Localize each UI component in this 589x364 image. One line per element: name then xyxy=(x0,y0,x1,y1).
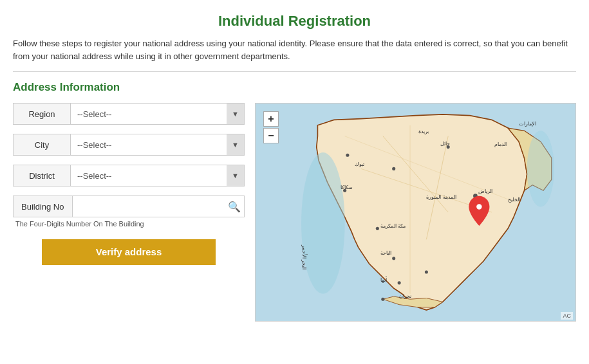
map-controls: + − xyxy=(263,111,279,143)
region-row: Region --Select-- ▼ xyxy=(13,103,245,125)
svg-text:أبها: أبها xyxy=(380,276,387,283)
svg-point-20 xyxy=(346,154,349,157)
map-panel: الرياض تبوك حائل المدينة المنورة مكة الم… xyxy=(255,103,576,322)
region-select-wrapper: --Select-- ▼ xyxy=(71,103,245,125)
map-svg: الرياض تبوك حائل المدينة المنورة مكة الم… xyxy=(256,104,575,321)
svg-text:المدينة المنورة: المدينة المنورة xyxy=(426,194,456,200)
page-title: Individual Registration xyxy=(13,13,576,30)
building-input-wrapper: 🔍 xyxy=(73,196,245,217)
svg-text:بريدة: بريدة xyxy=(418,129,429,134)
main-content: Region --Select-- ▼ City --Select-- ▼ xyxy=(13,103,576,322)
city-row: City --Select-- ▼ xyxy=(13,134,245,156)
svg-point-16 xyxy=(398,281,401,284)
map-attribution: AC xyxy=(561,312,573,320)
svg-point-18 xyxy=(425,270,428,273)
verify-address-button[interactable]: Verify address xyxy=(42,239,216,265)
building-input[interactable] xyxy=(73,196,245,217)
building-hint: The Four-Digits Number On The Building xyxy=(13,220,245,228)
svg-text:حائل: حائل xyxy=(440,141,450,147)
section-divider xyxy=(13,71,576,72)
svg-point-35 xyxy=(476,204,481,209)
city-select-wrapper: --Select-- ▼ xyxy=(71,134,245,156)
district-label: District xyxy=(13,165,71,187)
svg-text:مكة المكرمة: مكة المكرمة xyxy=(380,223,406,229)
svg-text:الرياض: الرياض xyxy=(478,188,492,194)
svg-text:نجران: نجران xyxy=(399,294,411,300)
form-panel: Region --Select-- ▼ City --Select-- ▼ xyxy=(13,103,245,322)
search-icon: 🔍 xyxy=(228,201,241,213)
svg-text:الإمارات: الإمارات xyxy=(519,121,536,127)
svg-text:الدمام: الدمام xyxy=(494,141,507,147)
svg-point-5 xyxy=(527,131,554,206)
svg-text:البحر الأحمر: البحر الأحمر xyxy=(301,244,308,269)
svg-point-17 xyxy=(381,298,384,301)
svg-point-12 xyxy=(392,167,395,170)
svg-text:سكاكا: سكاكا xyxy=(341,185,353,191)
city-label: City xyxy=(13,134,71,156)
svg-point-15 xyxy=(392,257,395,260)
svg-text:الباحة: الباحة xyxy=(380,250,391,256)
district-select[interactable]: --Select-- xyxy=(71,165,245,187)
building-label: Building No xyxy=(13,196,73,217)
district-select-wrapper: --Select-- ▼ xyxy=(71,165,245,187)
city-select[interactable]: --Select-- xyxy=(71,134,245,156)
address-info-heading: Address Information xyxy=(13,81,576,94)
page-description: Follow these steps to register your nati… xyxy=(13,37,576,62)
svg-point-4 xyxy=(301,152,345,294)
building-row: Building No 🔍 xyxy=(13,196,245,217)
region-select[interactable]: --Select-- xyxy=(71,103,245,125)
zoom-in-button[interactable]: + xyxy=(263,111,279,127)
svg-text:تبوك: تبوك xyxy=(355,161,364,167)
svg-point-14 xyxy=(376,227,379,230)
zoom-out-button[interactable]: − xyxy=(263,128,279,143)
district-row: District --Select-- ▼ xyxy=(13,165,245,187)
region-label: Region xyxy=(13,103,71,125)
svg-text:الخليج: الخليج xyxy=(508,197,520,203)
